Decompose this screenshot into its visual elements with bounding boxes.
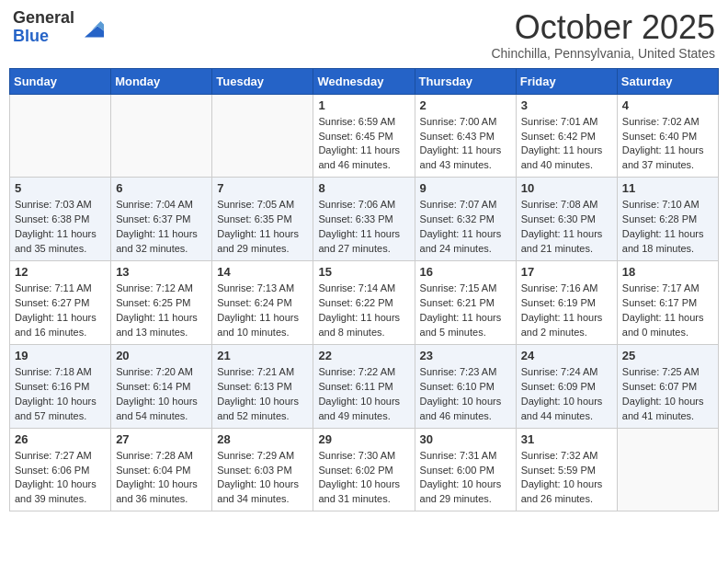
day-number: 31 xyxy=(521,432,612,446)
day-number: 30 xyxy=(420,432,511,446)
calendar-cell: 25Sunrise: 7:25 AM Sunset: 6:07 PM Dayli… xyxy=(617,344,718,428)
calendar-cell xyxy=(111,94,212,178)
day-number: 16 xyxy=(420,265,511,279)
calendar-cell xyxy=(617,428,718,511)
calendar-cell: 21Sunrise: 7:21 AM Sunset: 6:13 PM Dayli… xyxy=(212,344,313,428)
calendar-cell: 2Sunrise: 7:00 AM Sunset: 6:43 PM Daylig… xyxy=(415,94,516,178)
day-number: 22 xyxy=(318,349,409,362)
day-info: Sunrise: 7:32 AM Sunset: 5:59 PM Dayligh… xyxy=(521,449,612,508)
day-number: 17 xyxy=(521,265,612,279)
day-number: 23 xyxy=(420,349,511,362)
calendar-cell: 26Sunrise: 7:27 AM Sunset: 6:06 PM Dayli… xyxy=(10,428,111,511)
day-number: 19 xyxy=(15,349,106,362)
day-info: Sunrise: 7:06 AM Sunset: 6:33 PM Dayligh… xyxy=(318,198,409,257)
calendar-cell: 9Sunrise: 7:07 AM Sunset: 6:32 PM Daylig… xyxy=(415,178,516,261)
calendar-cell xyxy=(10,94,111,178)
day-info: Sunrise: 7:22 AM Sunset: 6:11 PM Dayligh… xyxy=(318,365,409,424)
day-info: Sunrise: 7:30 AM Sunset: 6:02 PM Dayligh… xyxy=(318,449,409,508)
calendar-week-row: 1Sunrise: 6:59 AM Sunset: 6:45 PM Daylig… xyxy=(10,94,719,178)
calendar-week-row: 5Sunrise: 7:03 AM Sunset: 6:38 PM Daylig… xyxy=(10,178,719,261)
calendar-cell: 18Sunrise: 7:17 AM Sunset: 6:17 PM Dayli… xyxy=(617,261,718,345)
day-number: 5 xyxy=(15,181,106,195)
calendar-cell: 10Sunrise: 7:08 AM Sunset: 6:30 PM Dayli… xyxy=(516,178,617,261)
calendar-cell: 28Sunrise: 7:29 AM Sunset: 6:03 PM Dayli… xyxy=(212,428,313,511)
calendar-table: SundayMondayTuesdayWednesdayThursdayFrid… xyxy=(9,68,719,512)
day-number: 4 xyxy=(622,98,713,112)
day-info: Sunrise: 7:02 AM Sunset: 6:40 PM Dayligh… xyxy=(622,115,713,174)
day-number: 3 xyxy=(521,98,612,112)
weekday-header-friday: Friday xyxy=(516,68,617,94)
logo-blue-text: Blue xyxy=(13,27,49,45)
day-number: 12 xyxy=(15,265,106,279)
day-info: Sunrise: 7:20 AM Sunset: 6:14 PM Dayligh… xyxy=(116,365,207,424)
day-number: 14 xyxy=(217,265,308,279)
day-info: Sunrise: 7:12 AM Sunset: 6:25 PM Dayligh… xyxy=(116,282,207,340)
weekday-header-sunday: Sunday xyxy=(10,68,111,94)
calendar-cell: 24Sunrise: 7:24 AM Sunset: 6:09 PM Dayli… xyxy=(516,344,617,428)
day-number: 10 xyxy=(521,181,612,195)
day-info: Sunrise: 7:00 AM Sunset: 6:43 PM Dayligh… xyxy=(420,115,511,174)
day-info: Sunrise: 7:16 AM Sunset: 6:19 PM Dayligh… xyxy=(521,282,612,340)
day-info: Sunrise: 7:25 AM Sunset: 6:07 PM Dayligh… xyxy=(622,365,713,424)
calendar-cell: 12Sunrise: 7:11 AM Sunset: 6:27 PM Dayli… xyxy=(10,261,111,345)
day-info: Sunrise: 7:08 AM Sunset: 6:30 PM Dayligh… xyxy=(521,198,612,257)
day-number: 24 xyxy=(521,349,612,362)
calendar-week-row: 26Sunrise: 7:27 AM Sunset: 6:06 PM Dayli… xyxy=(10,428,719,511)
day-info: Sunrise: 7:31 AM Sunset: 6:00 PM Dayligh… xyxy=(420,449,511,508)
day-number: 28 xyxy=(217,432,308,446)
day-number: 21 xyxy=(217,349,308,362)
day-number: 8 xyxy=(318,181,409,195)
calendar-cell: 6Sunrise: 7:04 AM Sunset: 6:37 PM Daylig… xyxy=(111,178,212,261)
weekday-header-monday: Monday xyxy=(111,68,212,94)
day-info: Sunrise: 7:13 AM Sunset: 6:24 PM Dayligh… xyxy=(217,282,308,340)
day-info: Sunrise: 7:17 AM Sunset: 6:17 PM Dayligh… xyxy=(622,282,713,340)
day-number: 27 xyxy=(116,432,207,446)
day-number: 2 xyxy=(420,98,511,112)
page-header: General Blue October 2025 Chinchilla, Pe… xyxy=(9,9,719,61)
calendar-cell: 29Sunrise: 7:30 AM Sunset: 6:02 PM Dayli… xyxy=(313,428,415,511)
calendar-cell: 27Sunrise: 7:28 AM Sunset: 6:04 PM Dayli… xyxy=(111,428,212,511)
day-info: Sunrise: 7:11 AM Sunset: 6:27 PM Dayligh… xyxy=(15,282,106,340)
calendar-cell: 4Sunrise: 7:02 AM Sunset: 6:40 PM Daylig… xyxy=(617,94,718,178)
calendar-cell: 15Sunrise: 7:14 AM Sunset: 6:22 PM Dayli… xyxy=(313,261,415,345)
calendar-week-row: 12Sunrise: 7:11 AM Sunset: 6:27 PM Dayli… xyxy=(10,261,719,345)
calendar-cell xyxy=(212,94,313,178)
day-info: Sunrise: 7:04 AM Sunset: 6:37 PM Dayligh… xyxy=(116,198,207,257)
calendar-week-row: 19Sunrise: 7:18 AM Sunset: 6:16 PM Dayli… xyxy=(10,344,719,428)
calendar-cell: 22Sunrise: 7:22 AM Sunset: 6:11 PM Dayli… xyxy=(313,344,415,428)
logo-general-text: General xyxy=(13,8,74,27)
title-block: October 2025 Chinchilla, Pennsylvania, U… xyxy=(491,9,715,61)
calendar-cell: 17Sunrise: 7:16 AM Sunset: 6:19 PM Dayli… xyxy=(516,261,617,345)
day-info: Sunrise: 7:24 AM Sunset: 6:09 PM Dayligh… xyxy=(521,365,612,424)
calendar-cell: 20Sunrise: 7:20 AM Sunset: 6:14 PM Dayli… xyxy=(111,344,212,428)
logo: General Blue xyxy=(13,9,104,46)
day-number: 9 xyxy=(420,181,511,195)
day-number: 20 xyxy=(116,349,207,362)
day-info: Sunrise: 7:28 AM Sunset: 6:04 PM Dayligh… xyxy=(116,449,207,508)
day-info: Sunrise: 7:01 AM Sunset: 6:42 PM Dayligh… xyxy=(521,115,612,174)
day-number: 29 xyxy=(318,432,409,446)
day-number: 18 xyxy=(622,265,713,279)
day-number: 13 xyxy=(116,265,207,279)
calendar-cell: 8Sunrise: 7:06 AM Sunset: 6:33 PM Daylig… xyxy=(313,178,415,261)
calendar-cell: 5Sunrise: 7:03 AM Sunset: 6:38 PM Daylig… xyxy=(10,178,111,261)
calendar-cell: 16Sunrise: 7:15 AM Sunset: 6:21 PM Dayli… xyxy=(415,261,516,345)
location-text: Chinchilla, Pennsylvania, United States xyxy=(491,46,715,61)
day-info: Sunrise: 7:07 AM Sunset: 6:32 PM Dayligh… xyxy=(420,198,511,257)
day-info: Sunrise: 7:05 AM Sunset: 6:35 PM Dayligh… xyxy=(217,198,308,257)
day-number: 25 xyxy=(622,349,713,362)
day-info: Sunrise: 7:14 AM Sunset: 6:22 PM Dayligh… xyxy=(318,282,409,340)
calendar-cell: 1Sunrise: 6:59 AM Sunset: 6:45 PM Daylig… xyxy=(313,94,415,178)
weekday-header-tuesday: Tuesday xyxy=(212,68,313,94)
day-info: Sunrise: 7:23 AM Sunset: 6:10 PM Dayligh… xyxy=(420,365,511,424)
day-info: Sunrise: 7:15 AM Sunset: 6:21 PM Dayligh… xyxy=(420,282,511,340)
calendar-cell: 19Sunrise: 7:18 AM Sunset: 6:16 PM Dayli… xyxy=(10,344,111,428)
day-number: 7 xyxy=(217,181,308,195)
calendar-cell: 23Sunrise: 7:23 AM Sunset: 6:10 PM Dayli… xyxy=(415,344,516,428)
weekday-header-thursday: Thursday xyxy=(415,68,516,94)
weekday-header-wednesday: Wednesday xyxy=(313,68,415,94)
day-info: Sunrise: 7:27 AM Sunset: 6:06 PM Dayligh… xyxy=(15,449,106,508)
calendar-cell: 30Sunrise: 7:31 AM Sunset: 6:00 PM Dayli… xyxy=(415,428,516,511)
day-number: 26 xyxy=(15,432,106,446)
day-number: 1 xyxy=(318,98,409,112)
